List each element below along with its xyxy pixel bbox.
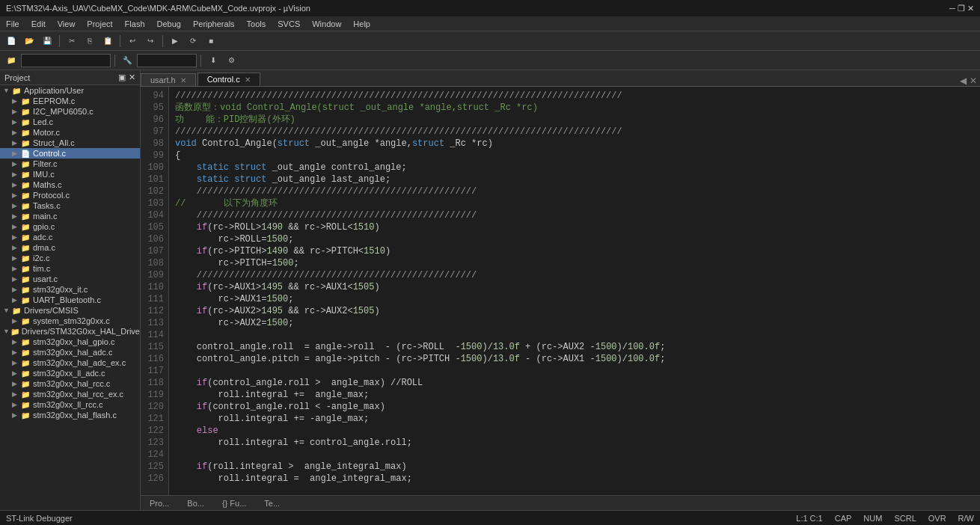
menu-item-help[interactable]: Help [347,16,376,31]
menu-item-tools[interactable]: Tools [241,16,272,31]
btab-templates[interactable]: Te... [255,496,289,510]
menu-item-view[interactable]: View [52,16,82,31]
tree-arrow-icon: ▶ [12,181,21,188]
tree-item[interactable]: ▶📁stm32g0xx_ll_adc.c [0,368,140,378]
tree-item[interactable]: ▶📄Control.c [0,148,140,159]
btab-project[interactable]: Pro... [141,496,178,510]
tree-item[interactable]: ▶📁tim.c [0,263,140,274]
tree-item[interactable]: ▶📁stm32g0xx_hal_flash.c [0,410,140,420]
tree-item[interactable]: ▶📁stm32g0xx_it.c [0,284,140,295]
tree-item[interactable]: ▶📁i2c.c [0,253,140,263]
tab-usart-close[interactable]: ✕ [180,76,186,85]
code-token: ; [293,258,298,268]
menu-item-edit[interactable]: Edit [25,16,52,31]
menu-item-project[interactable]: Project [81,16,118,31]
code-editor: 9495969798991001011021031041051061071081… [141,87,980,495]
tab-close-all[interactable]: ✕ [970,76,977,86]
tree-item[interactable]: ▶📁stm32g0xx_ll_rcc.c [0,399,140,410]
close-panel-icon[interactable]: ✕ [129,73,135,82]
tab-bar: usart.h ✕ Control.c ✕ ◀ ✕ [141,70,980,87]
paste-btn[interactable]: 📋 [99,34,116,49]
btab-functions[interactable]: {} Fu... [213,496,255,510]
undo-btn[interactable]: ↩ [124,34,141,49]
code-content[interactable]: ////////////////////////////////////////… [169,87,980,495]
tree-item[interactable]: ▶📁dma.c [0,242,140,253]
tree-arrow-icon: ▶ [12,223,21,230]
copy-btn[interactable]: ⎘ [82,34,98,49]
tree-item[interactable]: ▶📁Struct_All.c [0,138,140,148]
debug-btn[interactable]: 🔧 [119,53,135,68]
tree-item[interactable]: ▶📁Filter.c [0,159,140,169]
tree-item[interactable]: ▶📁EEPROM.c [0,96,140,106]
rebuild-btn[interactable]: ⟳ [185,34,201,49]
tree-item[interactable]: ▼📁Application/User [0,85,140,96]
code-token: 1500 [461,342,483,352]
tree-item[interactable]: ▶📁usart.c [0,274,140,284]
tree-item[interactable]: ▶📁Protocol.c [0,190,140,200]
close-button[interactable]: ✕ [967,4,974,13]
tree-item[interactable]: ▶📁IMU.c [0,169,140,179]
tab-control[interactable]: Control.c ✕ [197,73,260,86]
stop-btn[interactable]: ■ [203,34,219,49]
bottom-tabs: Pro... Bo... {} Fu... Te... [141,495,980,510]
menu-item-window[interactable]: Window [306,16,347,31]
tree-item[interactable]: ▶📁UART_Bluetooth.c [0,295,140,305]
minimize-button[interactable]: ─ [949,4,955,13]
tab-usart[interactable]: usart.h ✕ [141,73,196,86]
tree-arrow-icon: ▶ [12,212,21,220]
dock-icon[interactable]: ▣ [118,73,126,82]
menu-item-debug[interactable]: Debug [151,16,187,31]
new-file-btn[interactable]: 📄 [3,34,19,49]
tree-file-icon: 📁 [21,223,31,231]
build-btn[interactable]: ▶ [167,34,183,49]
tab-control-close[interactable]: ✕ [245,76,251,84]
menu-item-file[interactable]: File [0,16,25,31]
tree-file-icon: 📁 [21,202,31,210]
tree-item[interactable]: ▶📁main.c [0,211,140,221]
tree-item[interactable]: ▶📁Motor.c [0,127,140,138]
tree-item[interactable]: ▶📁stm32g0xx_hal_gpio.c [0,337,140,347]
tree-item[interactable]: ▶📁gpio.c [0,221,140,232]
code-token: if [175,378,207,388]
tree-item[interactable]: ▶📁Tasks.c [0,200,140,211]
tree-item[interactable]: ▶📁Maths.c [0,179,140,190]
tree-arrow-icon: ▶ [12,349,21,356]
tree-item[interactable]: ▶📁stm32g0xx_hal_adc_ex.c [0,357,140,368]
code-line: control_angle.roll = angle->roll - (rc->… [175,341,974,353]
proj-btn[interactable]: 📁 [3,53,19,68]
settings-btn[interactable]: ⚙ [223,53,239,68]
tree-item[interactable]: ▶📁stm32g0xx_hal_rcc.c [0,378,140,389]
tree-file-icon: 📁 [21,233,31,242]
menu-item-peripherals[interactable]: Peripherals [187,16,241,31]
project-name-input[interactable]: CubeMX_Code [21,54,111,67]
tree-item[interactable]: ▶📁adc.c [0,232,140,242]
menu-item-flash[interactable]: Flash [119,16,151,31]
tree-arrow-icon: ▶ [12,317,21,325]
cut-btn[interactable]: ✂ [64,34,80,49]
code-token: control_angle.pitch = angle->pitch - (rc… [175,354,461,364]
redo-btn[interactable]: ↪ [142,34,159,49]
open-btn[interactable]: 📂 [21,34,37,49]
line-number: 112 [141,305,168,317]
code-token: 1495 [261,306,283,316]
tree-item[interactable]: ▶📁I2C_MPU6050.c [0,106,140,117]
tree-item[interactable]: ▶📁stm32g0xx_hal_rcc_ex.c [0,389,140,399]
tab-nav-left[interactable]: ◀ [960,76,967,86]
tree-item[interactable]: ▶📁stm32g0xx_hal_adc.c [0,347,140,357]
tree-item[interactable]: ▼📁Drivers/CMSIS [0,305,140,316]
debug-target-input[interactable]: Debug1_H [137,54,197,67]
menu-item-svcs[interactable]: SVCS [272,16,306,31]
tree-item[interactable]: ▶📁system_stm32g0xx.c [0,316,140,326]
btab-books[interactable]: Bo... [178,496,213,510]
tree-item[interactable]: ▶📁Led.c [0,117,140,127]
code-token: rc->AUX1= [175,294,266,304]
tree-item-label: system_stm32g0xx.c [33,316,110,325]
save-btn[interactable]: 💾 [39,34,55,49]
tree-arrow-icon: ▶ [12,244,21,251]
download-btn[interactable]: ⬇ [205,53,221,68]
tree-item-label: Struct_All.c [33,138,75,147]
tree-item[interactable]: ▼📁Drivers/STM32G0xx_HAL_Drive [0,326,140,337]
maximize-button[interactable]: ❐ [958,4,965,13]
line-number: 119 [141,389,168,401]
tree-item-label: I2C_MPU6050.c [33,107,94,116]
